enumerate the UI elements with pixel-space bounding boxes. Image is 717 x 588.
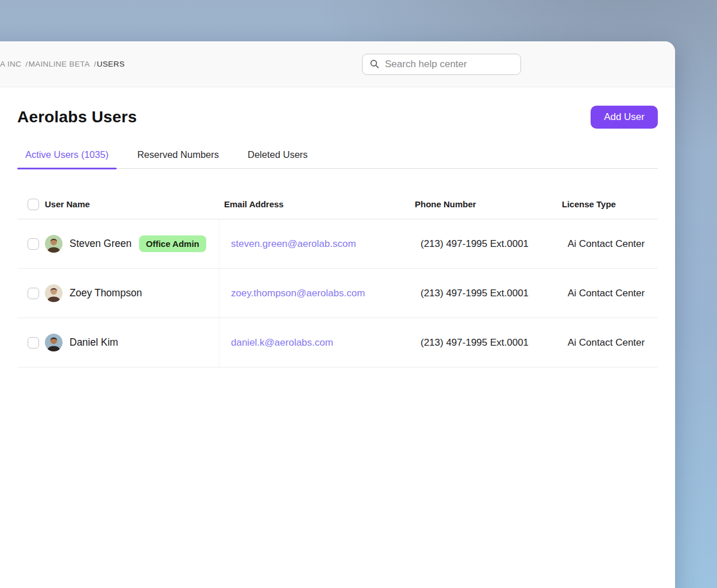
breadcrumb-item-company[interactable]: A INC <box>0 60 21 68</box>
email-link[interactable]: zoey.thompson@aerolabs.com <box>231 288 365 299</box>
top-bar: A INC / MAINLINE BETA / USERS <box>0 41 675 87</box>
column-header-user-name: User Name <box>45 199 90 209</box>
user-name: Steven Green <box>70 238 132 250</box>
column-header-phone: Phone Number <box>415 199 476 209</box>
user-avatar <box>45 334 63 351</box>
table-row: Steven GreenOffice Adminsteven.green@aer… <box>17 219 658 269</box>
main-panel: A INC / MAINLINE BETA / USERS Aerolabs U… <box>0 41 675 588</box>
breadcrumb-separator: / <box>25 60 28 68</box>
table-body: Steven GreenOffice Adminsteven.green@aer… <box>17 219 658 368</box>
breadcrumb-separator: / <box>94 60 96 68</box>
role-badge: Office Admin <box>139 235 206 252</box>
breadcrumb: A INC / MAINLINE BETA / USERS <box>0 60 125 68</box>
users-table: User Name Email Address Phone Number Lic… <box>17 189 658 368</box>
column-header-license: License Type <box>562 199 616 209</box>
license-type: Ai Contact Center <box>568 288 645 299</box>
user-name: Daniel Kim <box>70 336 118 349</box>
tab-bar: Active Users (1035) Reserved Numbers Del… <box>17 144 658 169</box>
breadcrumb-item-users: USERS <box>97 60 125 68</box>
user-avatar <box>45 235 63 253</box>
breadcrumb-item-mainline-beta[interactable]: MAINLINE BETA <box>28 60 90 68</box>
phone-number: (213) 497-1995 Ext.0001 <box>421 238 529 250</box>
tab-active-users[interactable]: Active Users (1035) <box>17 144 117 168</box>
email-link[interactable]: steven.green@aerolab.scom <box>231 238 356 250</box>
help-search[interactable] <box>362 53 521 75</box>
row-checkbox[interactable] <box>28 238 39 250</box>
license-type: Ai Contact Center <box>568 337 645 349</box>
search-input[interactable] <box>385 59 514 70</box>
row-checkbox[interactable] <box>28 288 39 299</box>
phone-number: (213) 497-1995 Ext.0001 <box>421 288 529 299</box>
user-name: Zoey Thompson <box>70 287 142 299</box>
page-title: Aerolabs Users <box>17 108 137 126</box>
column-header-email: Email Address <box>224 199 284 209</box>
tab-deleted-users[interactable]: Deleted Users <box>240 144 316 168</box>
license-type: Ai Contact Center <box>568 238 645 250</box>
table-row: Daniel Kimdaniel.k@aerolabs.com(213) 497… <box>17 318 658 368</box>
add-user-button[interactable]: Add User <box>591 106 658 129</box>
tab-reserved-numbers[interactable]: Reserved Numbers <box>129 144 227 168</box>
phone-number: (213) 497-1995 Ext.0001 <box>421 337 529 349</box>
table-row: Zoey Thompsonzoey.thompson@aerolabs.com(… <box>17 269 658 318</box>
user-avatar <box>45 284 63 302</box>
select-all-checkbox[interactable] <box>28 199 39 210</box>
email-link[interactable]: daniel.k@aerolabs.com <box>231 337 333 349</box>
table-header-row: User Name Email Address Phone Number Lic… <box>17 189 658 219</box>
search-icon <box>369 59 380 69</box>
row-checkbox[interactable] <box>28 337 39 349</box>
